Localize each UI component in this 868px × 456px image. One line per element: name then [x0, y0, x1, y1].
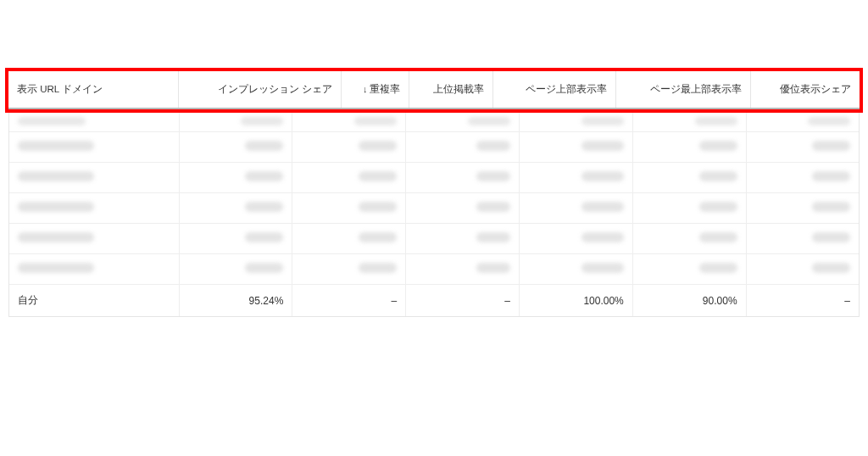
- col-header-label: 上位掲載率: [433, 84, 484, 94]
- col-header-domain[interactable]: 表示 URL ドメイン: [8, 71, 178, 108]
- cell-outranking-share: –: [746, 285, 859, 317]
- col-header-label: インプレッション シェア: [218, 84, 332, 94]
- sort-desc-icon: ↓: [363, 84, 368, 94]
- col-header-top-of-page[interactable]: ページ上部表示率: [493, 71, 615, 108]
- table-row-self: 自分 95.24% – – 100.00% 90.00% –: [9, 285, 859, 317]
- col-header-label: 重複率: [370, 84, 400, 94]
- header-highlight-box: 表示 URL ドメイン インプレッション シェア ↓重複率 上位掲載率 ページ上…: [5, 68, 863, 113]
- auction-insights-table-header: 表示 URL ドメイン インプレッション シェア ↓重複率 上位掲載率 ページ上…: [8, 71, 860, 109]
- table-row: [9, 193, 859, 224]
- col-header-label: ページ上部表示率: [526, 84, 607, 94]
- col-header-outranking-share[interactable]: 優位表示シェア: [750, 71, 860, 108]
- col-header-impression-share[interactable]: インプレッション シェア: [178, 71, 342, 108]
- cell-top-of-page: 100.00%: [519, 285, 632, 317]
- cell-overlap-rate: –: [292, 285, 406, 317]
- col-header-label: 表示 URL ドメイン: [17, 84, 103, 94]
- table-row: [9, 163, 859, 193]
- col-header-label: 優位表示シェア: [780, 84, 851, 94]
- table-row: [9, 132, 859, 163]
- auction-insights-table-body: 自分 95.24% – – 100.00% 90.00% –: [9, 113, 859, 316]
- header-row: 表示 URL ドメイン インプレッション シェア ↓重複率 上位掲載率 ページ上…: [8, 71, 860, 108]
- col-header-position-above[interactable]: 上位掲載率: [409, 71, 493, 108]
- cell-impression-share: 95.24%: [179, 285, 292, 317]
- cell-position-above: –: [406, 285, 520, 317]
- col-header-label: ページ最上部表示率: [650, 84, 742, 94]
- col-header-abs-top-of-page[interactable]: ページ最上部表示率: [615, 71, 750, 108]
- cell-domain: 自分: [9, 285, 179, 317]
- col-header-overlap-rate[interactable]: ↓重複率: [342, 71, 409, 108]
- cell-abs-top-of-page: 90.00%: [632, 285, 746, 317]
- table-row: [9, 254, 859, 285]
- table-row: [9, 113, 859, 132]
- table-row: [9, 224, 859, 254]
- auction-insights-table-body-wrap: 自分 95.24% – – 100.00% 90.00% –: [8, 113, 860, 317]
